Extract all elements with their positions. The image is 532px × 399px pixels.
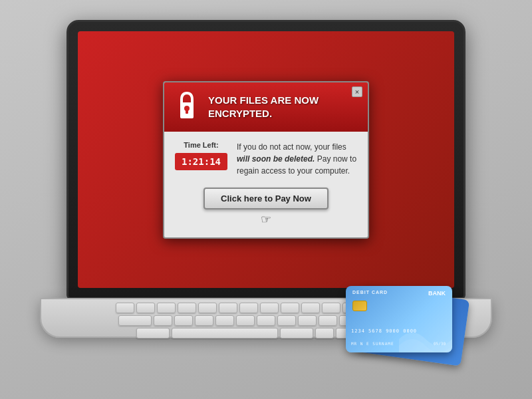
key[interactable] [257, 315, 275, 326]
spacebar-key[interactable] [172, 328, 278, 338]
key[interactable] [136, 303, 155, 313]
close-button[interactable]: × [352, 86, 362, 97]
card-number: 1234 5678 9000 0000 [351, 329, 417, 334]
card-stack: DEBIT CARD BANK 1234 5678 9000 0000 MR N… [346, 286, 466, 359]
countdown-timer: 1:21:14 [175, 153, 227, 170]
card-bank-label: BANK [428, 290, 446, 297]
lock-icon [174, 90, 200, 124]
key[interactable] [239, 303, 258, 313]
key[interactable] [178, 303, 196, 313]
key[interactable] [298, 315, 317, 326]
card-holder-name: MR N E SURNAME [351, 341, 394, 346]
key[interactable] [198, 303, 217, 313]
key[interactable] [277, 315, 296, 326]
popup-body-text: If you do not act now, your files will s… [237, 141, 357, 177]
laptop-screen: × [78, 31, 454, 288]
key[interactable] [236, 315, 255, 326]
close-icon: × [355, 88, 359, 96]
card-chip [352, 301, 367, 311]
ransomware-popup: × [163, 81, 369, 239]
card-type-label: DEBIT CARD [352, 290, 388, 295]
ransomware-scene: × [0, 0, 532, 399]
key[interactable] [319, 315, 337, 326]
key[interactable] [116, 303, 134, 313]
timer-section: Time Left: 1:21:14 [175, 141, 227, 170]
key[interactable] [136, 328, 170, 338]
key[interactable] [301, 303, 320, 313]
card-expiry: 05/30 [434, 341, 446, 346]
key[interactable] [154, 315, 172, 326]
pay-now-button[interactable]: Click here to Pay Now [203, 188, 329, 209]
key[interactable] [174, 315, 193, 326]
pointer-cursor-icon: ☞ [175, 212, 357, 227]
screen-background: × [78, 31, 454, 288]
popup-title: YOUR FILES ARE NOW ENCRYPTED. [208, 94, 358, 120]
key[interactable] [315, 328, 334, 338]
svg-rect-2 [186, 110, 188, 114]
key[interactable] [260, 303, 279, 313]
key[interactable] [215, 315, 234, 326]
key[interactable] [195, 315, 213, 326]
key[interactable] [322, 303, 340, 313]
key[interactable] [219, 303, 237, 313]
popup-header: × [164, 82, 368, 132]
debit-card: DEBIT CARD BANK 1234 5678 9000 0000 MR N… [346, 286, 452, 352]
key[interactable] [281, 303, 299, 313]
key[interactable] [157, 303, 176, 313]
time-left-label: Time Left: [175, 141, 227, 149]
laptop-screen-frame: × [66, 20, 466, 299]
key[interactable] [280, 328, 313, 338]
pay-button-row: Click here to Pay Now ☞ [164, 188, 368, 237]
popup-body: Time Left: 1:21:14 If you do not act now… [164, 132, 368, 188]
key[interactable] [118, 315, 152, 326]
